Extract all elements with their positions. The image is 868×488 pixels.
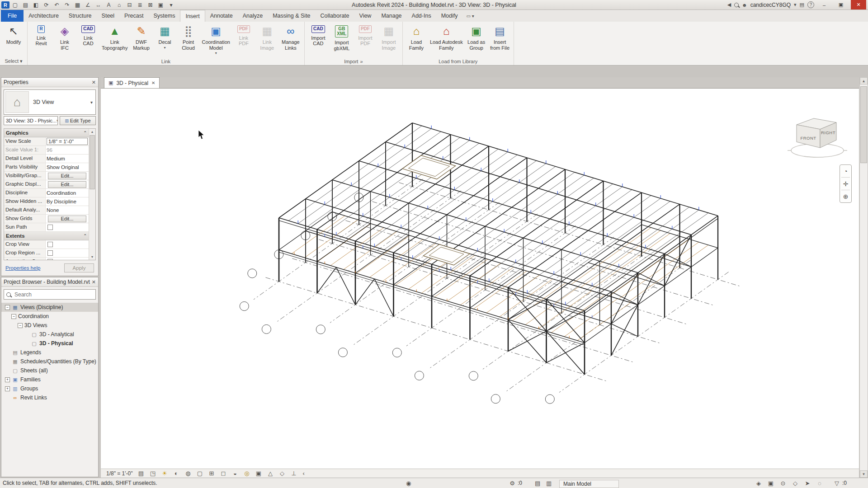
- default-3d-view-icon[interactable]: ⌂: [114, 0, 124, 9]
- search-input[interactable]: [14, 291, 93, 298]
- pan-icon[interactable]: ✛: [841, 179, 850, 188]
- link-ifc-button[interactable]: ◈Link IFC: [53, 23, 76, 57]
- new-file-icon[interactable]: ▢: [10, 0, 20, 9]
- tree-item-3d-physical[interactable]: ▢3D - Physical: [1, 339, 98, 348]
- sun-path-icon[interactable]: ☀: [161, 470, 169, 477]
- help-icon[interactable]: ?: [807, 1, 814, 8]
- tab-precast[interactable]: Precast: [119, 10, 148, 22]
- property-value[interactable]: Medium: [47, 156, 65, 161]
- property-value[interactable]: None: [47, 207, 59, 213]
- tab-insert[interactable]: Insert: [180, 10, 205, 22]
- visual-style-icon[interactable]: ◳: [149, 470, 157, 477]
- tab-architecture[interactable]: Architecture: [24, 10, 64, 22]
- checkbox[interactable]: [47, 250, 53, 256]
- sign-in-icon[interactable]: ☻: [742, 2, 747, 8]
- store-cart-icon[interactable]: ▤: [800, 2, 804, 8]
- checkbox[interactable]: [47, 242, 53, 247]
- decal-button[interactable]: ▦Decal▾: [153, 23, 177, 57]
- maximize-button[interactable]: ▣: [834, 0, 848, 9]
- close-icon[interactable]: ✕: [92, 279, 96, 285]
- ribbon-panel-label[interactable]: Select ▾: [1, 57, 26, 65]
- scroll-down-icon[interactable]: ▼: [860, 470, 868, 478]
- view-cube[interactable]: FRONT RIGHT: [781, 106, 858, 162]
- apply-button[interactable]: Apply: [64, 263, 94, 272]
- edit-button[interactable]: Edit...: [48, 181, 87, 188]
- dwf-markup-button[interactable]: ✎DWF Markup: [130, 23, 153, 57]
- worksharing-status[interactable]: ⚙ :0: [508, 478, 522, 488]
- rendering-dialog-icon[interactable]: ◍: [184, 470, 192, 477]
- tree-item-sheets-all-[interactable]: ▢Sheets (all): [1, 366, 98, 375]
- open-file-icon[interactable]: ▤: [21, 0, 30, 9]
- background-processes-icon[interactable]: ◌: [814, 480, 825, 487]
- chevron-down-icon[interactable]: ▾: [90, 100, 93, 105]
- scroll-down-icon[interactable]: ▼: [89, 254, 95, 260]
- design-option-select[interactable]: Main Model: [559, 479, 619, 488]
- instance-selector[interactable]: 3D View: 3D - Physic... ▾: [4, 116, 58, 125]
- qat-menu-icon[interactable]: ▾: [166, 0, 176, 9]
- load-as-group-button[interactable]: ▣Load as Group: [465, 23, 488, 57]
- insert-from-file-button[interactable]: ▤Insert from File: [488, 23, 512, 57]
- app-logo-icon[interactable]: R: [1, 1, 9, 9]
- reveal-hidden-elements-icon[interactable]: ◎: [243, 470, 251, 477]
- collapse-icon[interactable]: ⌃: [83, 234, 87, 238]
- vertical-scrollbar[interactable]: ▲ ▼: [859, 77, 868, 478]
- tab-systems[interactable]: Systems: [148, 10, 180, 22]
- modify-button[interactable]: ↖Modify: [2, 23, 25, 57]
- select-underlay-toggle-icon[interactable]: ▣: [765, 480, 776, 487]
- 3d-structural-model[interactable]: [101, 89, 859, 469]
- aligned-dimension-icon[interactable]: ↔: [94, 0, 103, 9]
- lock-3d-view-icon[interactable]: ◻: [220, 470, 227, 477]
- property-value-input[interactable]: 1/8" = 1'-0": [47, 138, 88, 145]
- expand-icon[interactable]: +: [5, 386, 10, 391]
- property-value[interactable]: Coordination: [47, 190, 76, 196]
- tab-structure[interactable]: Structure: [64, 10, 97, 22]
- collapse-icon[interactable]: −: [11, 314, 16, 319]
- view-scale-control[interactable]: 1/8" = 1'-0": [106, 470, 133, 477]
- tab-view[interactable]: View: [354, 10, 377, 22]
- ribbon-cycle-icon[interactable]: ▭ ▾: [463, 10, 478, 22]
- tab-manage[interactable]: Manage: [376, 10, 406, 22]
- thin-lines-icon[interactable]: ≣: [135, 0, 145, 9]
- link-cad-button[interactable]: CADLink CAD: [76, 23, 100, 57]
- point-cloud-button[interactable]: ⣿Point Cloud: [177, 23, 200, 57]
- tree-item-views-discipline-[interactable]: −▦Views (Discipline): [1, 303, 98, 312]
- coordination-model-button[interactable]: ▣Coordination Model▾: [200, 23, 232, 57]
- panel-launcher-icon[interactable]: »: [360, 59, 363, 64]
- property-value[interactable]: Show Original: [47, 164, 79, 170]
- section-icon[interactable]: ⊟: [125, 0, 134, 9]
- print-icon[interactable]: ▦: [73, 0, 82, 9]
- username[interactable]: candicecCY8GQ: [750, 2, 791, 8]
- tab-annotate[interactable]: Annotate: [205, 10, 238, 22]
- design-options-icon[interactable]: ▥: [546, 478, 554, 488]
- collapse-icon[interactable]: −: [5, 305, 10, 310]
- minimize-button[interactable]: –: [817, 0, 831, 9]
- section-header[interactable]: Graphics⌃: [4, 129, 89, 137]
- ribbon-panel-label[interactable]: Import»: [306, 57, 401, 65]
- show-crop-region-icon[interactable]: ⊞: [208, 470, 216, 477]
- collapse-icon[interactable]: ⌃: [83, 131, 87, 135]
- tree-item-legends[interactable]: ▤Legends: [1, 348, 98, 357]
- tab-collaborate[interactable]: Collaborate: [316, 10, 354, 22]
- load-family-button[interactable]: ⌂Load Family: [405, 23, 428, 57]
- edit-type-button[interactable]: ⊞ Edit Type: [60, 116, 96, 125]
- text-note-icon[interactable]: A: [104, 0, 113, 9]
- sync-with-central-icon[interactable]: ⟳: [42, 0, 51, 9]
- import-gbxml-button[interactable]: GB XMLImport gbXML: [330, 23, 354, 57]
- reveal-constraints-icon[interactable]: ⊥: [290, 470, 298, 477]
- temporary-view-properties-icon[interactable]: ▣: [255, 470, 263, 477]
- tab-analyze[interactable]: Analyze: [238, 10, 268, 22]
- redo-icon[interactable]: ↷: [62, 0, 72, 9]
- document-tab[interactable]: ▣ 3D - Physical ✕: [104, 77, 160, 88]
- ribbon-panel-label[interactable]: Load from Library: [404, 57, 513, 65]
- collapse-icon[interactable]: ◀: [727, 2, 731, 8]
- tab-modify[interactable]: Modify: [436, 10, 463, 22]
- user-menu-icon[interactable]: ▾: [794, 2, 797, 8]
- highlight-displacement-icon[interactable]: ◇: [278, 470, 286, 477]
- type-selector[interactable]: ⌂ 3D View ▾: [4, 89, 96, 115]
- drawing-area[interactable]: FRONT RIGHT ◔✛⊕: [101, 89, 859, 469]
- tree-item-3d-views[interactable]: −3D Views: [1, 321, 98, 330]
- undo-icon[interactable]: ↶: [52, 0, 61, 9]
- manage-links-button[interactable]: ∞Manage Links: [279, 23, 302, 57]
- import-cad-button[interactable]: CADImport CAD: [307, 23, 330, 57]
- tree-item-schedules-quantities-by-type-[interactable]: ▦Schedules/Quantities (By Type): [1, 357, 98, 366]
